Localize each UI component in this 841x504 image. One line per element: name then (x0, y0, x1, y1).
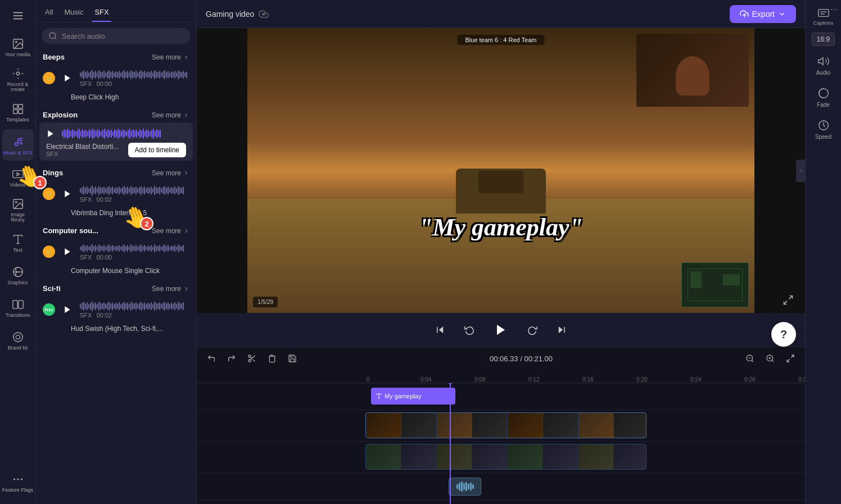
sidebar-item-videos[interactable]: Videos (2, 162, 34, 193)
music-panel: All Music SFX Beeps See more 👑 (36, 0, 197, 504)
sfx-clip[interactable] (449, 478, 481, 496)
fullscreen-btn[interactable] (783, 294, 794, 307)
add-to-timeline-btn[interactable]: Add to timeline (128, 143, 186, 157)
waveform-hud (80, 301, 189, 312)
fit-timeline-btn[interactable] (783, 351, 798, 366)
timeline-tracks: My gameplay (197, 383, 805, 504)
rewind-btn[interactable] (460, 321, 478, 339)
sfx-list: Beeps See more 👑 SFX 00:00 Beep (36, 47, 196, 504)
sidebar-label-image-library: Imagelibrary (11, 212, 25, 223)
sidebar-item-record[interactable]: Record &create (2, 64, 34, 96)
right-panel-fade[interactable]: Fade (808, 83, 839, 112)
help-button[interactable]: ? (771, 322, 796, 347)
tab-all[interactable]: All (43, 4, 55, 22)
svg-rect-21 (12, 300, 17, 308)
see-more-explosion[interactable]: See more (152, 111, 189, 119)
track-content-sfx (197, 473, 805, 500)
right-panel-speed[interactable]: Speed (808, 115, 839, 144)
sidebar-item-graphics[interactable]: Graphics (2, 260, 34, 291)
see-more-computer-sounds[interactable]: See more (152, 227, 189, 235)
fade-label: Fade (817, 102, 830, 108)
sidebar-item-image-library[interactable]: Imagelibrary (2, 194, 34, 226)
forward-btn[interactable] (523, 321, 541, 339)
right-panel-audio[interactable]: Audio (808, 51, 839, 80)
play-pause-btn[interactable] (490, 319, 512, 341)
sidebar-label-graphics: Graphics (7, 280, 28, 285)
see-more-dings[interactable]: See more (152, 169, 189, 177)
play-btn-hud[interactable] (60, 302, 75, 317)
sidebar-item-text[interactable]: Text (2, 227, 34, 258)
sfx-item-vibrimba[interactable]: 👑 SFX 00:02 (39, 180, 193, 207)
skip-end-btn[interactable] (553, 321, 571, 339)
zoom-out-btn[interactable] (742, 351, 758, 366)
sidebar-item-transitions[interactable]: Transitions (2, 292, 34, 324)
sidebar-item-feature-flags[interactable]: Feature Flags (2, 467, 34, 498)
track-row-sfx (197, 473, 805, 500)
delete-btn[interactable] (264, 351, 280, 366)
ruler-0: 0 (367, 376, 420, 383)
sidebar-item-templates[interactable]: Templates (2, 97, 34, 128)
collapse-preview-btn[interactable] (796, 160, 805, 182)
sidebar-item-music-sfx[interactable]: Music & SFX (2, 129, 34, 161)
video-clip-2[interactable] (365, 444, 646, 470)
svg-point-16 (15, 201, 17, 203)
sidebar-hamburger[interactable] (2, 4, 34, 27)
play-btn-beep[interactable] (60, 70, 75, 86)
svg-marker-39 (439, 326, 444, 333)
section-header-dings: Dings See more (39, 163, 193, 180)
search-input[interactable] (62, 32, 184, 40)
sidebar-label-record: Record &create (7, 82, 29, 92)
sfx-item-computer-mouse[interactable]: 👑 SFX 00:00 (39, 238, 193, 265)
text-clip[interactable]: My gameplay (371, 388, 455, 405)
track-row-music: All hyped up (197, 500, 805, 504)
sfx-item-electrical-blast[interactable]: ··· Electrical Blast Distorti... SFX Add… (39, 122, 193, 161)
play-btn-computer[interactable] (60, 244, 75, 260)
svg-point-24 (16, 335, 20, 339)
sidebar-item-your-media[interactable]: Your media (2, 31, 34, 63)
aspect-ratio-badge[interactable]: 16:9 (812, 33, 835, 46)
track-content-music: All hyped up (197, 500, 805, 504)
audio-label: Audio (816, 70, 831, 76)
see-more-beeps[interactable]: See more (152, 53, 189, 61)
svg-marker-32 (65, 190, 70, 197)
timeline-time-display: 00:06.33 / 00:21.00 (490, 355, 553, 363)
svg-point-45 (248, 360, 251, 362)
music-tabs: All Music SFX (36, 0, 196, 22)
sfx-item-hud-swish[interactable]: Free SFX 00:02 (39, 296, 193, 323)
tab-sfx[interactable]: SFX (92, 4, 111, 22)
section-title-computer-sounds: Computer sou... (43, 226, 98, 235)
sidebar-item-brand-kit[interactable]: Brand kit (2, 325, 34, 356)
redo-btn[interactable] (224, 351, 239, 366)
see-more-sci-fi[interactable]: See more (152, 285, 189, 293)
export-button[interactable]: Export (730, 5, 796, 23)
svg-point-27 (13, 479, 15, 480)
waveform-computer (80, 243, 189, 254)
svg-line-50 (752, 360, 753, 362)
top-bar: Gaming video Export (197, 0, 805, 28)
svg-point-5 (16, 72, 20, 75)
sidebar-label-music-sfx: Music & SFX (3, 151, 32, 156)
undo-btn[interactable] (204, 351, 219, 366)
sidebar-label-brand-kit: Brand kit (8, 346, 28, 351)
video-preview: Blue team 6 : 4 Red Team "My gameplay" (247, 28, 754, 313)
free-badge-hud: Free (43, 303, 55, 316)
track-row-video1 (197, 410, 805, 442)
track-content-text: My gameplay (197, 383, 805, 410)
svg-rect-22 (18, 300, 22, 308)
svg-rect-9 (18, 109, 22, 113)
cut-btn[interactable] (244, 351, 260, 366)
video-clip-1[interactable] (365, 412, 646, 438)
tab-music[interactable]: Music (62, 4, 85, 22)
zoom-in-btn[interactable] (762, 351, 778, 366)
skip-start-btn[interactable] (431, 321, 449, 339)
save-btn[interactable] (284, 351, 300, 366)
svg-rect-62 (818, 10, 828, 17)
sfx-item-beep-click-high[interactable]: 👑 SFX 00:00 (39, 65, 193, 92)
chevron-down-icon (778, 10, 786, 18)
track-content-video1 (197, 410, 805, 441)
play-btn-vibrimba[interactable] (60, 186, 75, 202)
play-btn-explosion[interactable] (43, 126, 58, 142)
svg-marker-33 (65, 248, 70, 255)
svg-marker-30 (65, 75, 70, 81)
sidebar-label-templates: Templates (6, 117, 29, 122)
